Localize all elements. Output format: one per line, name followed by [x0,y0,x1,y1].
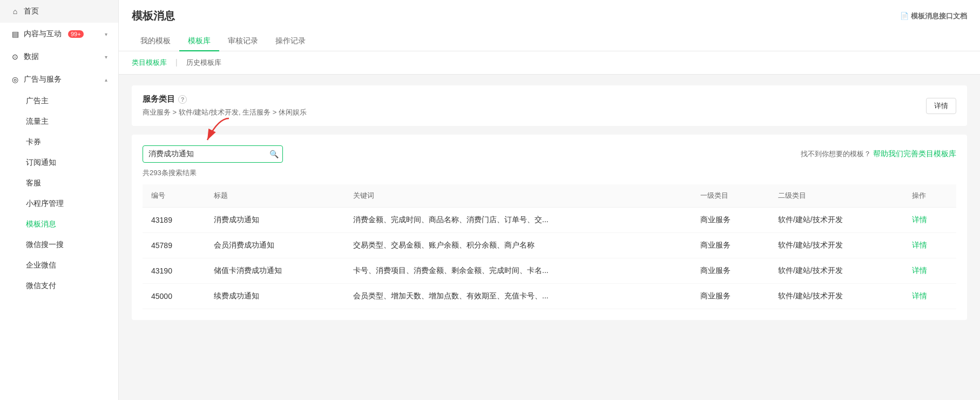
sidebar-item-ads[interactable]: ◎ 广告与服务 ▴ [0,68,118,91]
cell-id: 45789 [143,233,205,258]
col-category1: 一级类目 [692,184,769,208]
page-title: 模板消息 [132,9,175,23]
cell-action: 详情 [903,208,956,233]
tab-template-library[interactable]: 模板库 [179,32,219,51]
table-row: 45789 会员消费成功通知 交易类型、交易金额、账户余额、积分余额、商户名称 … [143,233,956,258]
cell-cat2: 软件/建站/技术开发 [769,208,903,233]
tab-operation-records[interactable]: 操作记录 [267,32,314,51]
category-breadcrumb: 商业服务 > 软件/建站/技术开发, 生活服务 > 休闲娱乐 [143,108,307,117]
sub-tab-category[interactable]: 类目模板库 [132,58,167,68]
doc-link[interactable]: 📄 模板消息接口文档 [900,11,967,21]
sidebar-advertiser-label: 广告主 [26,96,49,105]
sidebar-item-mini-program[interactable]: 小程序管理 [0,194,118,214]
detail-button-0[interactable]: 详情 [912,215,927,225]
detail-button-2[interactable]: 详情 [912,266,927,276]
detail-button-1[interactable]: 详情 [912,241,927,250]
sidebar-item-wechat-pay[interactable]: 微信支付 [0,276,118,296]
tab-my-templates[interactable]: 我的模板 [132,32,179,51]
content-icon: ▤ [11,30,19,38]
sub-tab-divider: | [175,58,178,68]
sidebar-item-wechat-search[interactable]: 微信搜一搜 [0,235,118,255]
sidebar-publisher-label: 流量主 [26,117,49,125]
chevron-down-icon-data: ▾ [105,54,107,60]
cell-cat1: 商业服务 [692,208,769,233]
results-table: 编号 标题 关键词 一级类目 二级类目 操作 43189 消费成功通知 [143,184,956,309]
sidebar-ew-label: 企业微信 [26,261,56,269]
detail-button-3[interactable]: 详情 [912,291,927,301]
cell-id: 43189 [143,208,205,233]
sidebar-item-coupon[interactable]: 卡券 [0,132,118,152]
cell-keywords: 交易类型、交易金额、账户余额、积分余额、商户名称 [344,233,692,258]
search-box: 🔍 [143,145,283,163]
col-action: 操作 [903,184,956,208]
sidebar-data-label: 数据 [24,52,39,62]
search-button[interactable]: 🔍 [269,150,279,158]
cell-cat1: 商业服务 [692,284,769,309]
page-title-row: 模板消息 📄 模板消息接口文档 [132,9,967,23]
cell-title: 储值卡消费成功通知 [205,258,344,284]
sidebar-subscription-label: 订阅通知 [26,158,56,166]
table-body: 43189 消费成功通知 消费金额、完成时间、商品名称、消费门店、订单号、交..… [143,208,956,309]
sidebar-wp-label: 微信支付 [26,281,56,290]
cell-keywords: 会员类型、增加天数、增加点数、有效期至、充值卡号、... [344,284,692,309]
doc-icon: 📄 [900,12,909,20]
cell-title: 会员消费成功通知 [205,233,344,258]
helper-text: 找不到你想要的模板？ [801,150,871,158]
sidebar-item-content[interactable]: ▤ 内容与互动 99+ ▾ [0,23,118,45]
main-content: 模板消息 📄 模板消息接口文档 我的模板 模板库 审核记录 操作记录 类目模板库… [119,0,980,400]
sidebar-tm-label: 模板消息 [26,219,56,228]
search-row: 🔍 找不到你想要的模板？ 帮助我们完善类目模板库 [143,145,956,163]
cell-id: 45000 [143,284,205,309]
data-icon: ⊙ [11,52,19,61]
sidebar-ads-label: 广告与服务 [24,75,62,84]
helper-link[interactable]: 帮助我们完善类目模板库 [873,149,956,158]
cell-cat2: 软件/建站/技术开发 [769,284,903,309]
sidebar-item-publisher[interactable]: 流量主 [0,111,118,132]
table-header: 编号 标题 关键词 一级类目 二级类目 操作 [143,184,956,208]
col-id: 编号 [143,184,205,208]
sidebar-item-customer-service[interactable]: 客服 [0,173,118,194]
sidebar-item-subscription[interactable]: 订阅通知 [0,152,118,173]
cell-title: 续费成功通知 [205,284,344,309]
sidebar-mp-label: 小程序管理 [26,199,64,208]
sidebar-item-template-message[interactable]: 模板消息 [0,214,118,235]
cell-action: 详情 [903,233,956,258]
table-row: 45000 续费成功通知 会员类型、增加天数、增加点数、有效期至、充值卡号、..… [143,284,956,309]
sidebar-cs-label: 客服 [26,178,41,187]
search-input[interactable] [143,145,283,163]
sidebar-item-advertiser[interactable]: 广告主 [0,91,118,111]
sidebar-ws-label: 微信搜一搜 [26,240,64,249]
search-input-container: 🔍 [143,145,283,163]
sidebar: ⌂ 首页 ▤ 内容与互动 99+ ▾ ⊙ 数据 ▾ ◎ 广告与服务 ▴ 广告主 … [0,0,119,400]
chevron-down-icon: ▾ [105,31,107,37]
ads-icon: ◎ [11,75,19,84]
category-info: 服务类目 ? 商业服务 > 软件/建站/技术开发, 生活服务 > 休闲娱乐 [143,94,307,117]
sub-tab-history[interactable]: 历史模板库 [186,58,221,68]
cell-cat2: 软件/建站/技术开发 [769,258,903,284]
content-badge: 99+ [68,30,84,38]
category-title: 服务类目 ? [143,94,307,104]
table-row: 43190 储值卡消费成功通知 卡号、消费项目、消费金额、剩余金额、完成时间、卡… [143,258,956,284]
service-category-card: 服务类目 ? 商业服务 > 软件/建站/技术开发, 生活服务 > 休闲娱乐 详情 [132,85,967,126]
help-icon: ? [178,95,187,104]
cell-title: 消费成功通知 [205,208,344,233]
sidebar-item-data[interactable]: ⊙ 数据 ▾ [0,45,118,68]
col-title: 标题 [205,184,344,208]
cell-id: 43190 [143,258,205,284]
content-area: 服务类目 ? 商业服务 > 软件/建站/技术开发, 生活服务 > 休闲娱乐 详情 [119,75,980,400]
result-count: 共293条搜索结果 [143,168,956,178]
sidebar-home-label: 首页 [24,6,39,16]
cell-cat2: 软件/建站/技术开发 [769,233,903,258]
chevron-up-icon: ▴ [105,77,107,83]
sub-tabs: 类目模板库 | 历史模板库 [119,51,980,75]
category-detail-button[interactable]: 详情 [926,98,956,114]
main-tabs: 我的模板 模板库 审核记录 操作记录 [132,32,967,51]
page-header: 模板消息 📄 模板消息接口文档 我的模板 模板库 审核记录 操作记录 [119,0,980,51]
cell-action: 详情 [903,284,956,309]
sidebar-item-home[interactable]: ⌂ 首页 [0,0,118,23]
cell-cat1: 商业服务 [692,233,769,258]
tab-review-records[interactable]: 审核记录 [219,32,267,51]
template-table: 编号 标题 关键词 一级类目 二级类目 操作 43189 消费成功通知 [143,184,956,309]
sidebar-item-enterprise-wechat[interactable]: 企业微信 [0,255,118,276]
cell-keywords: 卡号、消费项目、消费金额、剩余金额、完成时间、卡名... [344,258,692,284]
